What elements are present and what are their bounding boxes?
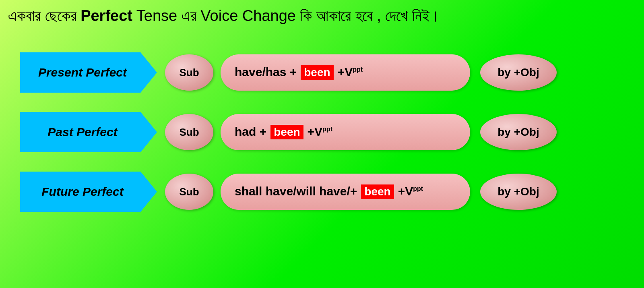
future-perfect-obj: by +Obj: [480, 174, 557, 210]
formula-before-past: had +: [235, 125, 266, 139]
rows-container: Present Perfect Sub have/has + been +Vpp…: [20, 52, 624, 212]
past-perfect-formula: had + been +Vppt: [221, 114, 470, 150]
present-perfect-arrow: Present Perfect: [20, 52, 157, 93]
been-box-pp: been: [301, 65, 333, 80]
future-perfect-formula: shall have/will have/+been +Vppt: [221, 174, 470, 210]
header-text-part1: একবার ছেকের: [8, 7, 80, 24]
future-perfect-arrow: Future Perfect: [20, 172, 157, 212]
formula-after-pp: +Vppt: [338, 65, 363, 79]
present-perfect-row: Present Perfect Sub have/has + been +Vpp…: [20, 52, 624, 93]
past-perfect-sub: Sub: [165, 114, 213, 150]
header-text-part2: Tense এর Voice Change কি আকারে হবে , দেখ…: [132, 7, 440, 24]
future-perfect-row: Future Perfect Sub shall have/will have/…: [20, 172, 624, 212]
present-perfect-sub: Sub: [165, 54, 213, 91]
been-box-future: been: [361, 184, 394, 199]
future-perfect-sub: Sub: [165, 174, 213, 210]
past-perfect-arrow: Past Perfect: [20, 112, 157, 152]
formula-before-pp: have/has +: [235, 65, 297, 79]
present-perfect-obj: by +Obj: [480, 54, 557, 91]
past-perfect-row: Past Perfect Sub had + been +Vppt by +Ob…: [20, 112, 624, 152]
present-perfect-formula: have/has + been +Vppt: [221, 54, 470, 91]
present-perfect-label: Present Perfect: [38, 66, 127, 79]
formula-after-past: +Vppt: [308, 125, 332, 139]
formula-before-future: shall have/will have/+: [235, 184, 357, 198]
formula-after-future: +Vppt: [398, 184, 423, 198]
past-perfect-label: Past Perfect: [47, 125, 117, 139]
past-perfect-obj: by +Obj: [480, 114, 557, 150]
future-perfect-label: Future Perfect: [41, 185, 123, 199]
been-box-past: been: [270, 125, 303, 139]
header-bold: Perfect: [80, 7, 132, 24]
header: একবার ছেকের Perfect Tense এর Voice Chang…: [8, 7, 440, 25]
